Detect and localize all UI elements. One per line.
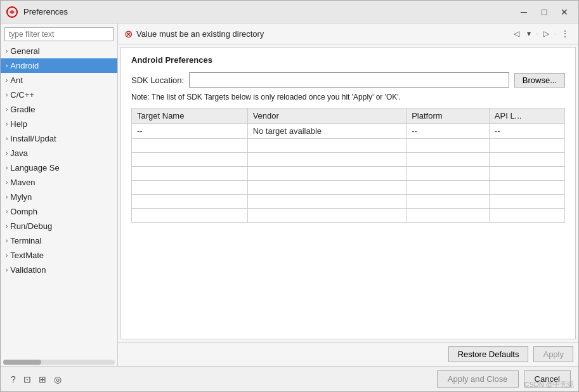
error-icon: ⊗ bbox=[124, 28, 133, 40]
table-row-empty bbox=[132, 195, 565, 209]
table-row: -- No target available -- -- bbox=[132, 124, 565, 139]
chevron-icon: › bbox=[6, 77, 8, 84]
sidebar-item-android[interactable]: ›Android bbox=[1, 58, 117, 73]
nav-back-dropdown-button[interactable]: ▾ bbox=[524, 27, 534, 40]
chevron-icon: › bbox=[6, 150, 8, 157]
sidebar-item-label: TextMate bbox=[10, 251, 44, 260]
sidebar-item-general[interactable]: ›General bbox=[1, 44, 117, 58]
chevron-icon: › bbox=[6, 223, 8, 230]
error-bar: ⊗ Value must be an existing directory ◁ … bbox=[118, 23, 578, 44]
sidebar-item-label: Terminal bbox=[10, 236, 41, 245]
sidebar-item-oomph[interactable]: ›Oomph bbox=[1, 204, 117, 219]
sidebar-item-label: Help bbox=[10, 119, 27, 129]
minimize-button[interactable]: ─ bbox=[515, 4, 533, 20]
footer-icons: ? ⊡ ⊞ ◎ bbox=[8, 373, 433, 386]
sidebar-item-run-debug[interactable]: ›Run/Debug bbox=[1, 219, 117, 233]
chevron-icon: › bbox=[6, 252, 8, 259]
window-title: Preferences bbox=[23, 7, 515, 16]
sidebar-item-c-c--[interactable]: ›C/C++ bbox=[1, 88, 117, 102]
icon3-button[interactable]: ◎ bbox=[51, 373, 64, 386]
col-target-name: Target Name bbox=[132, 108, 248, 124]
panel-title: Android Preferences bbox=[131, 55, 565, 65]
sidebar-item-terminal[interactable]: ›Terminal bbox=[1, 233, 117, 248]
window-icon bbox=[6, 6, 18, 18]
restore-defaults-button[interactable]: Restore Defaults bbox=[448, 346, 529, 362]
right-panel-footer: Restore Defaults Apply bbox=[118, 342, 578, 366]
table-row-empty bbox=[132, 209, 565, 223]
nav-separator: · bbox=[536, 29, 538, 38]
window-footer: ? ⊡ ⊞ ◎ Apply and Close Cancel bbox=[1, 366, 578, 391]
chevron-icon: › bbox=[6, 106, 8, 113]
sidebar-item-gradle[interactable]: ›Gradle bbox=[1, 102, 117, 117]
cell-target: -- bbox=[132, 124, 248, 139]
sidebar-item-textmate[interactable]: ›TextMate bbox=[1, 248, 117, 263]
error-left: ⊗ Value must be an existing directory bbox=[124, 28, 264, 40]
sidebar-item-help[interactable]: ›Help bbox=[1, 117, 117, 131]
sidebar-item-label: Android bbox=[10, 61, 39, 70]
nav-separator2: · bbox=[554, 29, 556, 38]
sidebar-item-label: C/C++ bbox=[10, 90, 34, 100]
error-message: Value must be an existing directory bbox=[136, 29, 264, 39]
sdk-location-input[interactable] bbox=[189, 72, 509, 88]
targets-table: Target Name Vendor Platform API L... -- … bbox=[131, 108, 565, 223]
table-row-empty bbox=[132, 153, 565, 167]
chevron-icon: › bbox=[6, 121, 8, 127]
sidebar-item-ant[interactable]: ›Ant bbox=[1, 73, 117, 88]
table-row-empty bbox=[132, 139, 565, 153]
icon1-button[interactable]: ⊡ bbox=[21, 373, 34, 386]
maximize-button[interactable]: □ bbox=[535, 4, 553, 20]
title-bar-controls: ─ □ ✕ bbox=[515, 4, 573, 20]
title-bar: Preferences ─ □ ✕ bbox=[1, 1, 578, 23]
sdk-row: SDK Location: Browse... bbox=[131, 72, 565, 88]
help-button[interactable]: ? bbox=[8, 373, 18, 386]
filter-input[interactable] bbox=[4, 27, 114, 41]
cell-platform: -- bbox=[407, 124, 490, 139]
sidebar-item-label: Ant bbox=[10, 75, 23, 85]
sidebar-item-label: Maven bbox=[10, 178, 35, 187]
main-content: ›General›Android›Ant›C/C++›Gradle›Help›I… bbox=[1, 23, 578, 366]
sidebar-item-label: Install/Updat bbox=[10, 134, 56, 143]
sidebar-item-maven[interactable]: ›Maven bbox=[1, 175, 117, 190]
sidebar-item-language-se[interactable]: ›Language Se bbox=[1, 160, 117, 175]
sdk-note: Note: The list of SDK Targets below is o… bbox=[131, 93, 565, 101]
sidebar-scrollbar-thumb bbox=[3, 360, 41, 365]
nav-menu-button[interactable]: ⋮ bbox=[558, 27, 572, 40]
nav-forward-button[interactable]: ▷ bbox=[540, 27, 552, 40]
chevron-icon: › bbox=[6, 208, 8, 215]
chevron-icon: › bbox=[6, 164, 8, 171]
chevron-icon: › bbox=[6, 237, 8, 244]
col-vendor: Vendor bbox=[247, 108, 407, 124]
sidebar-item-label: Oomph bbox=[10, 207, 37, 216]
panel-content: Android Preferences SDK Location: Browse… bbox=[120, 47, 576, 339]
sidebar-item-label: General bbox=[10, 46, 39, 56]
sidebar-item-java[interactable]: ›Java bbox=[1, 146, 117, 160]
sidebar-item-install-updat[interactable]: ›Install/Updat bbox=[1, 131, 117, 146]
chevron-icon: › bbox=[6, 91, 8, 98]
sidebar-item-mylyn[interactable]: ›Mylyn bbox=[1, 190, 117, 204]
apply-button[interactable]: Apply bbox=[533, 346, 573, 362]
chevron-icon: › bbox=[6, 62, 8, 69]
nav-back-button[interactable]: ◁ bbox=[511, 27, 523, 40]
icon2-button[interactable]: ⊞ bbox=[36, 373, 49, 386]
browse-button[interactable]: Browse... bbox=[514, 73, 565, 88]
preferences-window: Preferences ─ □ ✕ ›General›Android›Ant›C… bbox=[0, 0, 579, 392]
col-api: API L... bbox=[489, 108, 564, 124]
sidebar: ›General›Android›Ant›C/C++›Gradle›Help›I… bbox=[1, 23, 118, 366]
close-button[interactable]: ✕ bbox=[556, 4, 573, 20]
chevron-icon: › bbox=[6, 179, 8, 186]
chevron-icon: › bbox=[6, 48, 8, 55]
sidebar-item-validation[interactable]: ›Validation bbox=[1, 263, 117, 277]
error-nav: ◁ ▾ · ▷ · ⋮ bbox=[511, 27, 572, 40]
cell-api: -- bbox=[489, 124, 564, 139]
sidebar-item-label: Validation bbox=[10, 265, 46, 275]
chevron-icon: › bbox=[6, 266, 8, 273]
sidebar-item-label: Gradle bbox=[10, 105, 35, 114]
sdk-label: SDK Location: bbox=[131, 75, 184, 85]
sidebar-scrollbar[interactable] bbox=[3, 360, 115, 365]
chevron-icon: › bbox=[6, 193, 8, 200]
sidebar-item-label: Mylyn bbox=[10, 192, 32, 202]
sidebar-item-label: Language Se bbox=[10, 163, 59, 173]
apply-and-close-button[interactable]: Apply and Close bbox=[437, 370, 519, 388]
table-row-empty bbox=[132, 167, 565, 181]
sidebar-item-label: Run/Debug bbox=[10, 221, 52, 231]
